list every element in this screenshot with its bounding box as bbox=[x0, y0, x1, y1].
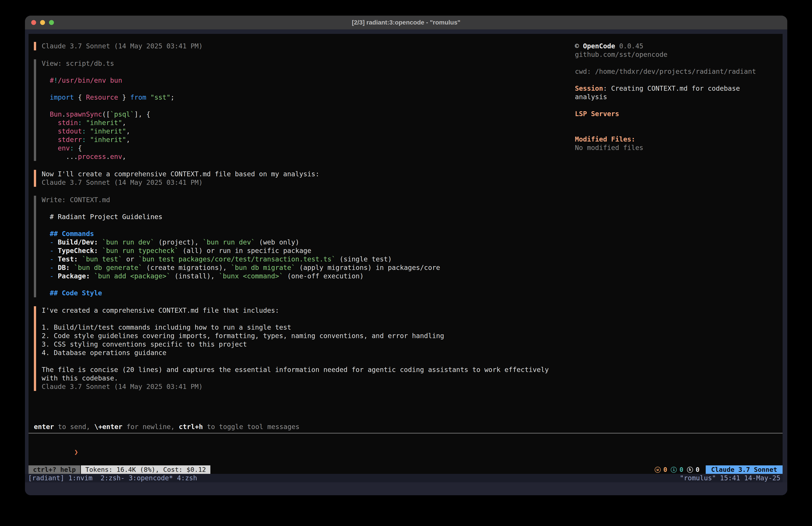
terminal-bottom-padding bbox=[25, 482, 787, 495]
sidebar-line: github.com/sst/opencode bbox=[575, 51, 778, 59]
chat-line bbox=[42, 68, 549, 76]
tokens-cost-chip: Tokens: 16.4K (8%), Cost: $0.12 bbox=[81, 465, 211, 474]
chat-line: 2. Code style guidelines covering import… bbox=[42, 332, 549, 340]
minimize-button[interactable] bbox=[40, 20, 45, 25]
chat-line: #!/usr/bin/env bun bbox=[42, 76, 549, 85]
close-button[interactable] bbox=[31, 20, 36, 25]
window-title: [2/3] radiant:3:opencode - "romulus" bbox=[352, 19, 460, 26]
sidebar-line bbox=[575, 101, 778, 110]
terminal-area: Claude 3.7 Sonnet (14 May 2025 03:41 PM)… bbox=[25, 29, 787, 495]
tmux-host-clock: "romulus" 15:41 14-May-25 bbox=[680, 474, 780, 482]
keybinding-help: enter to send, \+enter for newline, ctrl… bbox=[34, 423, 783, 431]
hint-icon: h bbox=[687, 467, 693, 473]
chat-line bbox=[42, 280, 549, 289]
chat-line: View: script/db.ts bbox=[42, 59, 549, 68]
model-badge: Claude 3.7 Sonnet bbox=[706, 465, 783, 474]
chat-line: I've created a comprehensive CONTEXT.md … bbox=[42, 306, 549, 315]
diagnostics-counters: w0i0h0 bbox=[655, 465, 699, 474]
chat-line: Bun.spawnSync([`psql`], { bbox=[42, 110, 549, 118]
sidebar-line bbox=[575, 76, 778, 84]
chat-line: Now I'll create a comprehensive CONTEXT.… bbox=[42, 170, 549, 178]
tmux-status-bar: [radiant] 1:nvim 2:zsh- 3:opencode* 4:zs… bbox=[25, 474, 783, 482]
message-block: Claude 3.7 Sonnet (14 May 2025 03:41 PM) bbox=[34, 42, 549, 51]
warning-count: 0 bbox=[663, 466, 667, 473]
sidebar-line bbox=[575, 59, 778, 67]
chat-line bbox=[42, 315, 549, 323]
chat-line bbox=[42, 221, 549, 230]
tmux-window-3[interactable]: 3:opencode* bbox=[129, 474, 173, 482]
sidebar-line bbox=[575, 118, 778, 127]
info-icon: i bbox=[671, 467, 677, 473]
chat-line bbox=[42, 85, 549, 93]
chat-line: - Build/Dev: `bun run dev` (project), `b… bbox=[42, 238, 549, 246]
chat-line: 3. CSS styling conventions specific to t… bbox=[42, 340, 549, 349]
sidebar-line: Session: Creating CONTEXT.md for codebas… bbox=[575, 84, 778, 93]
chat-line: stderr: "inherit", bbox=[42, 136, 549, 144]
tmux-window-1[interactable]: 1:nvim bbox=[69, 474, 97, 482]
chat-line: with this codebase. bbox=[42, 374, 549, 382]
chat-line: ## Code Style bbox=[42, 289, 549, 297]
diagnostic-hint: h0 bbox=[687, 466, 699, 473]
message-block: Now I'll create a comprehensive CONTEXT.… bbox=[34, 170, 549, 187]
sidebar-line: cwd: /home/thdxr/dev/projects/radiant/ra… bbox=[575, 67, 778, 76]
chat-line: - DB: `bun db generate` (create migratio… bbox=[42, 264, 549, 272]
chat-line: env: { bbox=[42, 144, 549, 153]
diagnostic-info: i0 bbox=[671, 466, 683, 473]
chat-line: stdin: "inherit", bbox=[42, 118, 549, 127]
diagnostic-warning: w0 bbox=[655, 466, 667, 473]
tmux-session-name: [radiant] bbox=[28, 474, 69, 482]
chat-line: stdout: "inherit", bbox=[42, 127, 549, 136]
chat-line: 4. Database operations guidance bbox=[42, 349, 549, 357]
sidebar-line: © OpenCode 0.0.45 bbox=[575, 42, 778, 51]
chat-line: - Package: `bun add <package>` (install)… bbox=[42, 272, 549, 280]
message-block: I've created a comprehensive CONTEXT.md … bbox=[34, 306, 549, 391]
prompt-caret-icon: ❯ bbox=[74, 448, 78, 456]
prompt-input[interactable]: ❯ bbox=[34, 439, 783, 448]
sidebar-line: Modified Files: bbox=[575, 135, 778, 144]
zoom-button[interactable] bbox=[49, 20, 54, 25]
help-hint-chip: ctrl+? help bbox=[29, 465, 80, 474]
sidebar-line: analysis bbox=[575, 93, 778, 101]
chat-line bbox=[42, 102, 549, 110]
chat-line bbox=[42, 357, 549, 366]
chat-line: ...process.env, bbox=[42, 153, 549, 161]
tmux-window-4[interactable]: 4:zsh bbox=[177, 474, 197, 482]
editor-divider bbox=[29, 433, 783, 433]
chat-line: # Radiant Project Guidelines bbox=[42, 213, 549, 221]
info-count: 0 bbox=[679, 466, 683, 473]
chat-line: Write: CONTEXT.md bbox=[42, 196, 549, 204]
chat-line: ## Commands bbox=[42, 230, 549, 238]
chat-log[interactable]: Claude 3.7 Sonnet (14 May 2025 03:41 PM)… bbox=[29, 34, 549, 400]
sidebar-line bbox=[575, 127, 778, 135]
chat-line: import { Resource } from "sst"; bbox=[42, 93, 549, 102]
chat-line: Claude 3.7 Sonnet (14 May 2025 03:41 PM) bbox=[42, 382, 549, 391]
window-controls bbox=[31, 16, 54, 29]
warning-icon: w bbox=[655, 467, 661, 473]
status-bar: ctrl+? help Tokens: 16.4K (8%), Cost: $0… bbox=[29, 465, 783, 474]
chat-line: The file is concise (20 lines) and captu… bbox=[42, 366, 549, 374]
chat-line: - Test: `bun test` or `bun test packages… bbox=[42, 255, 549, 264]
chat-line bbox=[42, 204, 549, 213]
tool-block-view: View: script/db.ts #!/usr/bin/env bun im… bbox=[34, 59, 549, 161]
tmux-window-list: [radiant] 1:nvim 2:zsh- 3:opencode* 4:zs… bbox=[28, 474, 197, 482]
chat-line: 1. Build/lint/test commands including ho… bbox=[42, 323, 549, 332]
window-titlebar[interactable]: [2/3] radiant:3:opencode - "romulus" bbox=[25, 16, 787, 29]
hint-count: 0 bbox=[696, 466, 699, 473]
session-sidebar: © OpenCode 0.0.45github.com/sst/opencode… bbox=[575, 42, 778, 152]
opencode-tui: Claude 3.7 Sonnet (14 May 2025 03:41 PM)… bbox=[29, 34, 783, 474]
sidebar-line: No modified files bbox=[575, 144, 778, 152]
sidebar-line: LSP Servers bbox=[575, 110, 778, 118]
tmux-window-2[interactable]: 2:zsh- bbox=[101, 474, 125, 482]
chat-line: Claude 3.7 Sonnet (14 May 2025 03:41 PM) bbox=[42, 178, 549, 187]
terminal-window: [2/3] radiant:3:opencode - "romulus" Cla… bbox=[25, 16, 787, 495]
chat-line: Claude 3.7 Sonnet (14 May 2025 03:41 PM) bbox=[42, 42, 549, 51]
chat-line: - TypeCheck: `bun run typecheck` (all) o… bbox=[42, 246, 549, 255]
tool-block-write: Write: CONTEXT.md # Radiant Project Guid… bbox=[34, 196, 549, 297]
